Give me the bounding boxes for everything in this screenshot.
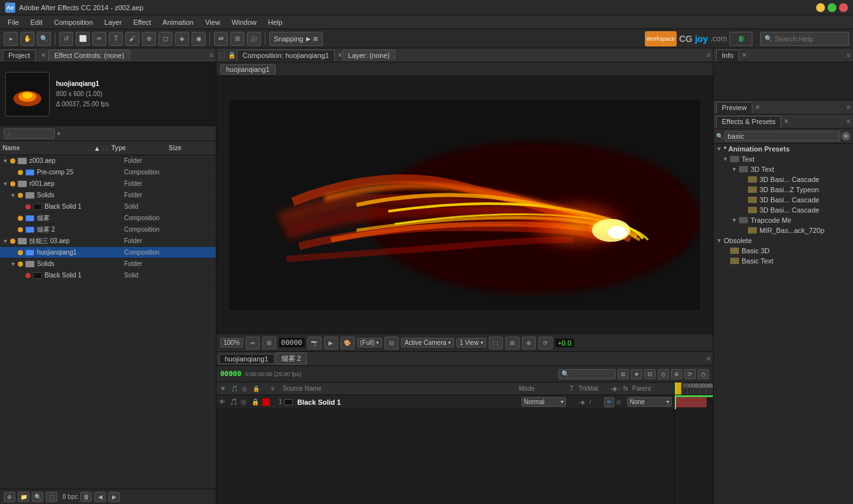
prev-btn[interactable]: ◀ — [94, 492, 106, 502]
workspace-btn[interactable]: Workspace — [645, 31, 677, 46]
tab-info[interactable]: Info — [716, 50, 739, 61]
tl-btn5[interactable]: ⊕ — [671, 369, 682, 379]
camera-dropdown[interactable]: Active Camera ▾ — [401, 338, 454, 347]
tool-align[interactable]: ⇄ — [214, 32, 228, 46]
layer-solo-btn[interactable]: ◎ — [241, 398, 250, 405]
close-button[interactable] — [839, 3, 848, 12]
layer-mode-dropdown[interactable]: Normal ▾ — [521, 397, 566, 407]
minimize-button[interactable] — [816, 3, 825, 12]
tool-rect[interactable]: ⬜ — [76, 32, 90, 46]
timeline-bar-red[interactable] — [675, 397, 707, 407]
ef-mirbas1[interactable]: MIR_Bas...ack_720p — [714, 225, 853, 235]
tool-eraser[interactable]: ◻ — [159, 32, 173, 46]
tool-camera[interactable]: 🎥 — [247, 32, 261, 46]
ef-text-folder[interactable]: ▼ Text — [714, 154, 853, 164]
menu-window[interactable]: Window — [227, 17, 262, 27]
comp-inner-tab[interactable]: huojianqiang1 — [220, 64, 276, 74]
tl-search-input[interactable] — [561, 370, 606, 377]
menu-file[interactable]: File — [3, 17, 24, 27]
layout-btn[interactable]: ⊞ — [505, 337, 519, 349]
ef-anim-presets[interactable]: ▼ * Animation Presets — [714, 144, 853, 154]
maximize-button[interactable] — [828, 3, 836, 12]
snapping-toggle[interactable]: Snapping ▶ ⊞ — [269, 32, 323, 46]
view-dropdown[interactable]: 1 View ▾ — [456, 338, 486, 347]
project-panel-options[interactable]: ≡ — [209, 52, 213, 59]
tree-item-solids1[interactable]: ▼ Solids Folder — [0, 190, 216, 201]
menu-animation[interactable]: Animation — [157, 17, 199, 27]
color-btn[interactable]: 🎨 — [341, 337, 355, 349]
layer-vis-btn[interactable]: 👁 — [219, 398, 228, 405]
tree-item-solids2[interactable]: ▼ Solids Folder — [0, 258, 216, 270]
layer-row-1[interactable]: 👁 🎵 ◎ 🔒 1 Black Solid 1 Normal ▾ — [216, 395, 674, 409]
comp-tab-close[interactable]: ✕ — [337, 52, 342, 59]
tool-pen[interactable]: ✏ — [92, 32, 106, 46]
tool-puppet[interactable]: ◉ — [192, 32, 206, 46]
menu-composition[interactable]: Composition — [49, 17, 98, 27]
ef-basictext[interactable]: Basic Text — [714, 256, 853, 266]
tree-item-yanwu1[interactable]: 烟雾 Composition — [0, 213, 216, 224]
tl-search[interactable] — [558, 369, 616, 379]
project-tab-close[interactable]: ✕ — [41, 52, 46, 59]
menu-view[interactable]: View — [200, 17, 225, 27]
ef-3dbasi1[interactable]: 3D Basi... Cascade — [714, 174, 853, 185]
tree-item-huojian1[interactable]: huojianqiang1 Composition — [0, 247, 216, 258]
ef-basic3d[interactable]: Basic 3D — [714, 246, 853, 256]
tree-item-precomp25[interactable]: Pre-comp 25 Composition — [0, 167, 216, 178]
tab-preview[interactable]: Preview — [716, 102, 752, 113]
menu-effect[interactable]: Effect — [128, 17, 156, 27]
grid-toggle[interactable]: ⊟ — [384, 337, 398, 349]
tl-btn4[interactable]: ◎ — [658, 369, 669, 379]
effects-search-clear[interactable]: ✕ — [842, 132, 850, 141]
effects-tab-close[interactable]: ✕ — [784, 118, 789, 125]
render-btn[interactable]: ⬚ — [489, 337, 503, 349]
search-box[interactable]: 🔍 — [760, 32, 849, 46]
comp-panel-options[interactable]: ≡ — [707, 52, 710, 59]
quality-dropdown[interactable]: (Full) ▾ — [357, 338, 383, 347]
tab-layer[interactable]: Layer: (none) — [342, 50, 395, 60]
tree-item-bsolid1[interactable]: Black Solid 1 Solid — [0, 201, 216, 213]
tl-btn2[interactable]: ★ — [631, 369, 642, 379]
color-depth-btn[interactable]: ⬚ — [46, 492, 57, 502]
view-grid-btn[interactable]: ⊞ — [262, 337, 276, 349]
layer-lock-btn[interactable]: 🔒 — [251, 398, 260, 405]
tree-item-yanwu2[interactable]: 烟雾 2 Composition — [0, 224, 216, 235]
ef-trapcode[interactable]: ▼ Trapcode Mir — [714, 215, 853, 225]
tool-rotate[interactable]: ↺ — [59, 32, 73, 46]
tl-btn1[interactable]: ⊞ — [617, 369, 629, 379]
tree-item-jineng03[interactable]: ▼ 技能三 03.aep Folder — [0, 235, 216, 247]
zoom-dropdown[interactable]: 100% — [220, 338, 243, 347]
tool-roto[interactable]: ◈ — [175, 32, 189, 46]
search-input[interactable] — [775, 35, 845, 43]
project-search-input[interactable] — [4, 129, 55, 139]
menu-edit[interactable]: Edit — [25, 17, 48, 27]
tl-btn7[interactable]: ◷ — [698, 369, 709, 379]
tab-effects[interactable]: Effects & Presets — [716, 116, 781, 127]
current-time-display[interactable]: 00000 — [220, 370, 241, 378]
effects-search-input[interactable] — [724, 131, 840, 141]
tab-effect-controls[interactable]: Effect Controls: (none) — [48, 50, 130, 60]
tree-item-z003[interactable]: ▼ z003.aep Folder — [0, 155, 216, 167]
tl-btn3[interactable]: ⊟ — [644, 369, 656, 379]
ef-3dbasi3[interactable]: 3D Basi... Cascade — [714, 195, 853, 205]
playhead[interactable] — [675, 382, 676, 395]
tl-btn6[interactable]: ⟳ — [684, 369, 696, 379]
ef-obsolete[interactable]: ▼ Obsolete — [714, 235, 853, 246]
timeline-tab-huojian[interactable]: huojianqiang1 — [219, 354, 274, 364]
info-tab-close[interactable]: ✕ — [742, 52, 747, 59]
motion-btn[interactable]: ⟳ — [539, 337, 553, 349]
ef-3dbasi4[interactable]: 3D Basi... Cascade — [714, 205, 853, 215]
tree-item-bsolid2[interactable]: Black Solid 1 Solid — [0, 270, 216, 281]
folder-btn[interactable]: 📁 — [18, 492, 29, 502]
ef-3dtext-folder[interactable]: ▼ 3D Text — [714, 164, 853, 174]
tool-brush[interactable]: 🖌 — [125, 32, 139, 46]
tool-text[interactable]: T — [109, 32, 123, 46]
fit-btn[interactable]: ⇔ — [246, 337, 260, 349]
timeline-tab-yanwu[interactable]: 烟雾 2 — [276, 353, 307, 365]
trash-btn[interactable]: 🗑 — [80, 492, 92, 502]
menu-help[interactable]: Help — [263, 17, 288, 27]
camera-btn[interactable]: 📷 — [307, 337, 321, 349]
preview-tab-close[interactable]: ✕ — [755, 104, 760, 111]
mask-btn[interactable]: ⊕ — [522, 337, 536, 349]
layer-fx-btn[interactable]: fx — [604, 397, 614, 407]
layer-parent-dropdown[interactable]: None ▾ — [627, 397, 672, 407]
